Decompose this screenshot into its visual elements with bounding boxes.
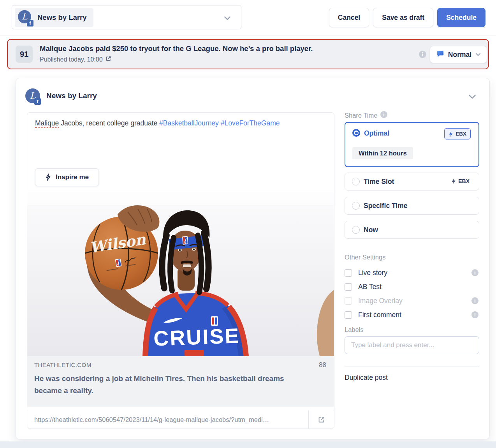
other-settings-title: Other Settings: [345, 254, 385, 261]
checkbox-icon: [345, 297, 352, 305]
checkbox-ab-test[interactable]: AB Test: [345, 281, 479, 292]
page: L f News by Larry Cancel Save as draft S…: [0, 0, 496, 448]
external-link-icon[interactable]: [106, 56, 111, 63]
checkbox-icon[interactable]: [345, 269, 352, 277]
option-label: Now: [364, 226, 378, 234]
chevron-down-icon: [224, 15, 231, 22]
settings-column: Share Time Optimal EBX Within 12 hours T…: [345, 78, 479, 440]
post-headline: Malique Jacobs paid $250 to tryout for t…: [40, 44, 313, 53]
composer-card: L f News by Larry Malique Jacobs, recent…: [16, 78, 490, 439]
radio-icon[interactable]: [352, 226, 360, 234]
labels-header: Labels: [345, 326, 364, 333]
info-icon[interactable]: [380, 111, 387, 120]
option-label: Optimal: [364, 129, 389, 138]
post-status: Published today, 10:00: [40, 56, 111, 63]
info-icon[interactable]: [419, 51, 426, 60]
page-background: [0, 441, 496, 448]
share-time-option-optimal[interactable]: Optimal EBX Within 12 hours: [345, 122, 479, 167]
ebx-label: EBX: [456, 131, 466, 137]
page-avatar: L f: [18, 10, 33, 25]
ebx-label: EBX: [458, 178, 470, 184]
share-time-option-now[interactable]: Now: [345, 221, 479, 239]
divider: [345, 367, 479, 367]
option-label: Specific Time: [364, 202, 408, 210]
external-link-icon: [318, 416, 325, 423]
post-image[interactable]: Wilson: [27, 192, 334, 356]
post-status-text: Published today, 10:00: [40, 56, 103, 63]
option-label: Time Slot: [364, 178, 394, 186]
page-selector-dropdown[interactable]: L f News by Larry: [12, 5, 241, 29]
info-icon[interactable]: [471, 269, 478, 278]
page-selector-label: News by Larry: [37, 13, 86, 22]
url-bar: https://theathletic.com/5060547/2023/11/…: [27, 410, 334, 429]
misspelled-word: Malique: [35, 119, 59, 128]
checkbox-image-overlay: Image Overlay: [345, 295, 479, 306]
link-domain: THEATHLETIC.COM: [34, 362, 91, 368]
share-time-option-specific[interactable]: Specific Time: [345, 197, 479, 215]
nba-logo-icon: [182, 236, 188, 245]
checkbox-label: Image Overlay: [358, 297, 403, 305]
post-text: Jacobs, recent college graduate: [59, 119, 159, 127]
radio-selected-icon[interactable]: [352, 129, 360, 137]
radio-icon[interactable]: [352, 178, 360, 185]
jersey-text: CRUISE: [153, 324, 240, 350]
ebx-badge: EBX: [451, 178, 470, 184]
share-type-icon: [436, 50, 444, 60]
checkbox-label: First comment: [358, 311, 401, 319]
facebook-badge-icon: f: [27, 20, 33, 26]
checkbox-label: Live story: [358, 269, 387, 277]
save-as-draft-button[interactable]: Save as draft: [373, 8, 433, 27]
info-icon[interactable]: [471, 297, 478, 306]
share-time-title: Share Time: [345, 112, 377, 119]
facebook-badge-icon: f: [34, 98, 41, 105]
page-avatar: L f: [25, 88, 40, 103]
compose-area: Malique Jacobs, recent college graduate …: [27, 112, 334, 429]
checkbox-icon[interactable]: [345, 311, 352, 319]
post-score-badge: 91: [16, 46, 33, 63]
cancel-button[interactable]: Cancel: [329, 8, 369, 27]
radio-icon[interactable]: [352, 202, 360, 210]
info-icon[interactable]: [471, 311, 478, 320]
label-input[interactable]: [345, 336, 479, 354]
lightning-icon: [45, 173, 51, 181]
link-headline: He was considering a job at Michelin Tir…: [34, 372, 307, 397]
link-preview[interactable]: THEATHLETIC.COM 88 He was considering a …: [27, 356, 334, 407]
lightning-icon: [451, 178, 456, 184]
selected-page-chip: L f News by Larry: [15, 8, 93, 27]
post-url[interactable]: https://theathletic.com/5060547/2023/11/…: [34, 410, 303, 429]
schedule-button[interactable]: Schedule: [437, 8, 485, 27]
chevron-down-icon: [475, 53, 481, 56]
share-time-header: Share Time: [345, 111, 387, 120]
optimal-window-chip: Within 12 hours: [352, 147, 413, 159]
inspire-me-button[interactable]: Inspire me: [35, 168, 99, 186]
post-text-editor[interactable]: Malique Jacobs, recent college graduate …: [35, 118, 326, 128]
open-url-button[interactable]: [308, 410, 334, 429]
labels-title: Labels: [345, 326, 364, 333]
ebx-badge: EBX: [444, 128, 471, 139]
composer-header: L f News by Larry: [25, 88, 97, 103]
checkbox-label: AB Test: [358, 283, 382, 291]
top-bar: L f News by Larry Cancel Save as draft S…: [0, 0, 496, 35]
share-time-option-timeslot[interactable]: Time Slot EBX: [345, 173, 479, 190]
checkbox-icon[interactable]: [345, 283, 352, 291]
inspire-me-label: Inspire me: [56, 173, 89, 181]
share-type-label: Normal: [448, 51, 471, 59]
duplicate-post-link[interactable]: Duplicate post: [345, 374, 388, 382]
checkbox-live-story[interactable]: Live story: [345, 267, 479, 278]
share-type-dropdown[interactable]: Normal: [430, 46, 487, 63]
top-actions: Cancel Save as draft Schedule: [329, 8, 485, 27]
checkbox-first-comment[interactable]: First comment: [345, 309, 479, 320]
other-settings-header: Other Settings: [345, 254, 385, 261]
scheduled-post-row[interactable]: 91 Malique Jacobs paid $250 to tryout fo…: [7, 39, 489, 69]
composer-page-name: News by Larry: [46, 92, 97, 100]
link-score: 88: [319, 361, 326, 369]
post-hashtags: #BasketballJourney #LoveForTheGame: [159, 119, 280, 127]
lightning-icon: [449, 131, 453, 137]
